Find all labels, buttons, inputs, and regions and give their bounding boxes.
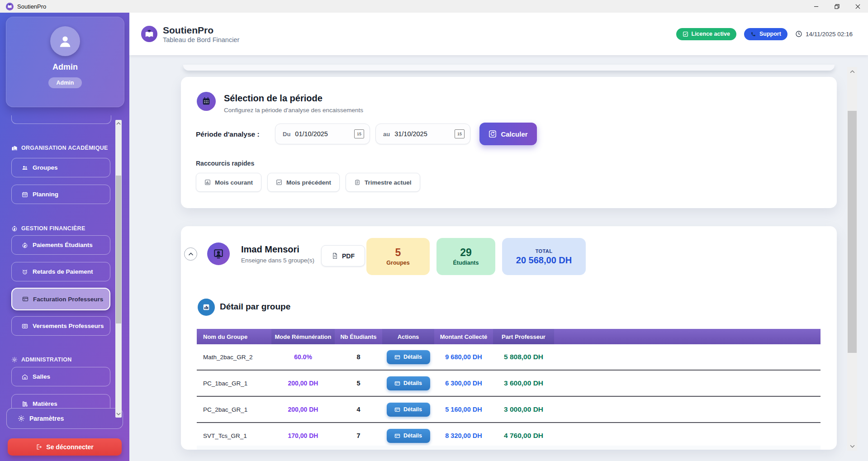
details-button[interactable]: Détails bbox=[387, 376, 430, 390]
period-selection-card: Sélection de la période Configurez la pé… bbox=[181, 77, 837, 208]
support-label: Support bbox=[759, 31, 781, 37]
header-datetime: 14/11/2025 02:16 bbox=[795, 30, 853, 38]
shortcut-previous-month[interactable]: Mois précédent bbox=[267, 173, 340, 192]
scroll-up-icon[interactable] bbox=[115, 120, 122, 127]
col-teacher-share: Part Professeur bbox=[493, 329, 554, 344]
licence-label: Licence active bbox=[692, 31, 730, 37]
shortcut-label: Trimestre actuel bbox=[365, 179, 412, 186]
profile-name: Admin bbox=[6, 62, 124, 72]
stat-groups-label: Groupes bbox=[386, 260, 409, 266]
date-to-field[interactable]: au 31/10/2025 15 bbox=[375, 124, 470, 144]
stat-total: TOTAL 20 568,00 DH bbox=[502, 238, 586, 275]
app-logo bbox=[141, 26, 157, 42]
stat-students-label: Étudiants bbox=[453, 260, 479, 266]
app-icon bbox=[6, 3, 14, 10]
date-from-prefix: Du bbox=[283, 131, 290, 138]
details-button[interactable]: Détails bbox=[387, 403, 430, 417]
sidebar-item-label: Planning bbox=[33, 191, 58, 198]
collapse-button[interactable] bbox=[184, 247, 197, 261]
datetime-label: 14/11/2025 02:16 bbox=[806, 31, 853, 38]
app-header: SoutienPro Tableau de Bord Financier Lic… bbox=[129, 13, 868, 55]
group-detail-table: Nom du Groupe Mode Rémunération Nb Étudi… bbox=[197, 329, 821, 449]
stat-total-value: 20 568,00 DH bbox=[516, 255, 572, 265]
sidebar-item-versements-professeurs[interactable]: Versements Professeurs bbox=[11, 316, 110, 336]
group-detail-title: Détail par groupe bbox=[220, 302, 290, 312]
sidebar-scrollbar[interactable] bbox=[115, 120, 122, 418]
stat-groups-value: 5 bbox=[395, 247, 401, 258]
details-label: Détails bbox=[403, 380, 422, 386]
col-nb-students: Nb Étudiants bbox=[335, 329, 382, 344]
sidebar-item-salles[interactable]: Salles bbox=[11, 367, 110, 386]
shortcut-label: Mois courant bbox=[215, 179, 253, 186]
cell-mode: 200,00 DH bbox=[271, 396, 335, 423]
section-organisation: ORGANISATION ACADÉMIQUE bbox=[11, 145, 108, 151]
teacher-name: Imad Mensori bbox=[241, 244, 299, 255]
close-button[interactable] bbox=[847, 0, 868, 13]
details-label: Détails bbox=[403, 406, 422, 413]
details-label: Détails bbox=[403, 432, 422, 439]
shortcut-label: Mois précédent bbox=[286, 179, 331, 186]
logout-label: Se déconnecter bbox=[46, 443, 93, 451]
details-label: Détails bbox=[403, 354, 422, 360]
scroll-down-icon[interactable] bbox=[847, 442, 857, 451]
cell-group-name: PC_2bac_GR_1 bbox=[197, 396, 271, 423]
sidebar-item-planning[interactable]: Planning bbox=[11, 185, 110, 204]
date-picker-icon[interactable]: 15 bbox=[455, 129, 465, 138]
sidebar-item-parametres[interactable]: Paramètres bbox=[6, 408, 123, 429]
table-row: SVT_Tcs_GR_1 170,00 DH 7 Détails 8 320,0… bbox=[197, 423, 821, 449]
sidebar-item-label: Groupes bbox=[33, 164, 58, 171]
main-scrollbar[interactable] bbox=[847, 67, 857, 451]
period-card-subtitle: Configurez la période d'analyse des enca… bbox=[224, 107, 363, 114]
shortcut-current-quarter[interactable]: Trimestre actuel bbox=[346, 173, 420, 192]
sidebar-item-label: Retards de Paiement bbox=[33, 268, 93, 275]
calendar-badge-icon bbox=[197, 92, 216, 111]
sidebar-item-paiements-etudiants[interactable]: Paiements Étudiants bbox=[11, 235, 110, 255]
stat-students: 29 Étudiants bbox=[436, 238, 495, 275]
cell-share: 4 760,00 DH bbox=[493, 423, 554, 449]
date-picker-icon[interactable]: 15 bbox=[354, 129, 364, 138]
details-button[interactable]: Détails bbox=[387, 429, 430, 443]
cell-group-name: SVT_Tcs_GR_1 bbox=[197, 423, 271, 449]
date-from-field[interactable]: Du 01/10/2025 15 bbox=[275, 124, 370, 144]
minimize-button[interactable] bbox=[806, 0, 826, 13]
shortcuts-row: Mois courant Mois précédent Trimestre ac… bbox=[196, 173, 420, 192]
support-button[interactable]: Support bbox=[744, 28, 787, 40]
cell-share: 3 600,00 DH bbox=[493, 370, 554, 396]
cell-mode: 60.0% bbox=[271, 344, 335, 370]
restore-button[interactable] bbox=[826, 0, 847, 13]
sidebar-item-groupes[interactable]: Groupes bbox=[11, 158, 110, 177]
avatar bbox=[50, 26, 80, 56]
shortcuts-label: Raccourcis rapides bbox=[196, 160, 254, 167]
cell-collected: 6 300,00 DH bbox=[434, 370, 493, 396]
window-title: SoutienPro bbox=[17, 3, 46, 10]
col-group-name: Nom du Groupe bbox=[197, 329, 271, 344]
details-button[interactable]: Détails bbox=[387, 350, 430, 364]
sidebar-item-facturation-professeurs[interactable]: Facturation Professeurs bbox=[11, 288, 110, 310]
cell-nb: 4 bbox=[335, 396, 382, 423]
main-scrollbar-thumb[interactable] bbox=[848, 111, 857, 353]
scroll-up-icon[interactable] bbox=[847, 67, 857, 76]
licence-badge[interactable]: Licence active bbox=[676, 28, 736, 40]
pdf-button[interactable]: PDF bbox=[321, 245, 365, 266]
sidebar-item-label: Versements Professeurs bbox=[33, 323, 104, 329]
shortcut-current-month[interactable]: Mois courant bbox=[196, 173, 261, 192]
cell-collected: 8 320,00 DH bbox=[434, 423, 493, 449]
logout-button[interactable]: Se déconnecter bbox=[8, 438, 122, 456]
cell-mode: 200,00 DH bbox=[271, 370, 335, 396]
sidebar-item-label: Salles bbox=[33, 373, 50, 380]
analysis-period-label: Période d'analyse : bbox=[196, 130, 260, 138]
section-label: ORGANISATION ACADÉMIQUE bbox=[21, 145, 108, 151]
stat-students-value: 29 bbox=[460, 247, 472, 258]
section-label: ADMINISTRATION bbox=[21, 356, 72, 363]
sidebar-scrollbar-thumb[interactable] bbox=[116, 176, 121, 323]
calculate-button[interactable]: Calculer bbox=[479, 123, 537, 145]
scroll-down-icon[interactable] bbox=[115, 410, 122, 418]
date-to-value[interactable]: 31/10/2025 bbox=[394, 130, 450, 138]
date-from-value[interactable]: 01/10/2025 bbox=[295, 130, 350, 138]
calculate-label: Calculer bbox=[501, 130, 527, 138]
scrolled-card-edge bbox=[183, 65, 835, 71]
cell-nb: 5 bbox=[335, 370, 382, 396]
sidebar-item-partial[interactable] bbox=[11, 115, 111, 124]
profile-card: Admin Admin bbox=[6, 17, 124, 107]
sidebar-item-retards-paiement[interactable]: Retards de Paiement bbox=[11, 262, 110, 281]
